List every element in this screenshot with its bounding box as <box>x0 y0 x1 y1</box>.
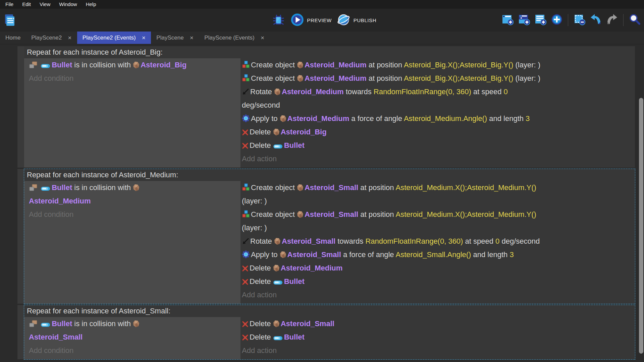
vertical-scrollbar-thumb[interactable] <box>639 98 643 354</box>
rotate-icon <box>242 88 249 96</box>
expression: 0 <box>504 87 508 96</box>
action-row[interactable]: Create object Asteroid_Medium at positio… <box>242 58 632 72</box>
delete-icon <box>242 129 249 136</box>
tab-label: Home <box>5 35 20 41</box>
redo-button[interactable] <box>605 13 619 27</box>
rotate-icon <box>242 238 249 245</box>
event-block[interactable]: Repeat for each instance of Asteroid_Big… <box>24 46 635 168</box>
action-row[interactable]: Delete Bullet <box>242 330 632 344</box>
action-row[interactable]: Delete Asteroid_Medium <box>242 261 632 275</box>
add-condition-button[interactable]: Add condition <box>29 72 238 85</box>
condition-row[interactable]: Bullet is in collision with Asteroid_Sma… <box>29 317 238 344</box>
instruction-text: Create object <box>251 61 297 69</box>
object-name: Bullet <box>52 61 72 69</box>
add-action-button[interactable]: Add action <box>242 344 632 357</box>
event-block[interactable]: Repeat for each instance of Asteroid_Med… <box>24 169 635 304</box>
event-header[interactable]: Repeat for each instance of Asteroid_Med… <box>24 169 635 181</box>
tab-close-icon[interactable]: ✕ <box>261 35 265 41</box>
remove-event-button[interactable] <box>573 13 586 27</box>
publish-icon <box>337 13 351 27</box>
gdevelop-window: FileEditViewWindowHelp PREVIEW PUBLISH H… <box>0 0 644 362</box>
instruction-text: at position <box>367 74 404 82</box>
preview-button[interactable]: PREVIEW <box>290 13 331 27</box>
tab-close-icon[interactable]: ✕ <box>142 35 146 41</box>
instruction-text: and length <box>487 114 526 123</box>
object-name: Bullet <box>52 319 72 328</box>
tab-playscene2-events-[interactable]: PlayScene2 (Events)✕ <box>77 32 151 44</box>
debug-button[interactable] <box>272 13 285 27</box>
create-icon <box>242 61 250 69</box>
undo-icon <box>589 13 602 27</box>
instruction-text: (layer: ) <box>513 74 540 82</box>
condition-row[interactable]: Bullet is in collision with Asteroid_Med… <box>29 181 238 208</box>
add-event-button[interactable] <box>501 13 514 27</box>
undo-button[interactable] <box>589 13 602 27</box>
tab-close-icon[interactable]: ✕ <box>68 35 72 41</box>
event-header[interactable]: Repeat for each instance of Asteroid_Big… <box>24 46 635 58</box>
asteroid-icon <box>273 320 280 327</box>
menu-item-file[interactable]: File <box>1 0 18 9</box>
add-condition-button[interactable]: Add condition <box>29 344 238 357</box>
asteroid-icon <box>133 320 140 327</box>
event-2: Repeat for each instance of Asteroid_Med… <box>17 169 635 304</box>
tab-playscene2[interactable]: PlayScene2✕ <box>26 32 77 44</box>
actions-column: Create object Asteroid_Small at position… <box>240 181 635 304</box>
add-action-button[interactable]: Add action <box>242 152 632 166</box>
menu-item-help[interactable]: Help <box>82 0 101 9</box>
expression: RandomFloatInRange(0, 360) <box>365 237 463 245</box>
event-drag-handle[interactable] <box>17 305 24 359</box>
add-event-icon <box>501 13 514 27</box>
instruction-text: Delete <box>250 277 273 286</box>
project-manager-button[interactable] <box>3 13 16 27</box>
action-row[interactable]: Create object Asteroid_Small at position… <box>242 181 632 208</box>
menu-bar: FileEditViewWindowHelp <box>0 0 644 9</box>
force-icon <box>242 114 250 122</box>
action-row[interactable]: Apply to Asteroid_Small a force of angle… <box>242 248 632 261</box>
asteroid-icon <box>297 184 304 191</box>
instruction-text: and length <box>471 250 509 259</box>
tab-label: PlayScene2 <box>31 35 62 41</box>
action-row[interactable]: Apply to Asteroid_Medium a force of angl… <box>242 112 632 125</box>
tab-playscene-events-[interactable]: PlayScene (Events)✕ <box>199 32 270 44</box>
add-comment-button[interactable] <box>534 13 547 27</box>
object-name: Asteroid_Medium <box>29 197 91 205</box>
action-row[interactable]: Create object Asteroid_Medium at positio… <box>242 72 632 85</box>
event-header[interactable]: Repeat for each instance of Asteroid_Sma… <box>24 305 635 317</box>
publish-button[interactable]: PUBLISH <box>337 13 376 27</box>
add-subevent-button[interactable] <box>517 13 531 27</box>
instruction-text: deg/second <box>242 101 280 109</box>
action-row[interactable]: Delete Asteroid_Big <box>242 125 632 139</box>
conditions-column: Bullet is in collision with Asteroid_Med… <box>24 181 240 304</box>
action-row[interactable]: Rotate Asteroid_Small towards RandomFloa… <box>242 235 632 248</box>
condition-row[interactable]: Bullet is in collision with Asteroid_Big <box>29 58 238 72</box>
event-drag-handle[interactable] <box>17 169 24 304</box>
expression: 3 <box>526 114 530 123</box>
event-block[interactable]: Repeat for each instance of Asteroid_Sma… <box>24 305 635 359</box>
bullet-icon <box>41 63 51 69</box>
asteroid-icon <box>133 184 140 191</box>
bullet-icon <box>273 280 283 285</box>
tab-playscene[interactable]: PlayScene✕ <box>151 32 199 44</box>
instruction-text: Delete <box>250 333 273 341</box>
delete-icon <box>242 321 249 327</box>
instruction-text: Rotate <box>250 87 274 96</box>
add-action-button[interactable]: Add action <box>242 288 632 302</box>
menu-item-edit[interactable]: Edit <box>18 0 35 9</box>
action-row[interactable]: Rotate Asteroid_Medium towards RandomFlo… <box>242 85 632 112</box>
action-row[interactable]: Delete Asteroid_Small <box>242 317 632 330</box>
event-drag-handle[interactable] <box>17 46 24 168</box>
tab-home[interactable]: Home <box>0 32 26 44</box>
instruction-text: is in collision with <box>72 61 133 69</box>
add-condition-button[interactable]: Add condition <box>29 208 238 221</box>
search-button[interactable] <box>628 13 641 27</box>
object-name: Asteroid_Big <box>141 61 186 69</box>
instruction-text: Apply to <box>251 114 280 123</box>
instruction-text: at speed <box>471 87 504 96</box>
action-row[interactable]: Delete Bullet <box>242 139 632 152</box>
menu-item-window[interactable]: Window <box>55 0 81 9</box>
tab-close-icon[interactable]: ✕ <box>190 35 194 41</box>
action-row[interactable]: Delete Bullet <box>242 275 632 288</box>
menu-item-view[interactable]: View <box>35 0 55 9</box>
add-circle-button[interactable] <box>550 13 564 27</box>
action-row[interactable]: Create object Asteroid_Small at position… <box>242 208 632 235</box>
